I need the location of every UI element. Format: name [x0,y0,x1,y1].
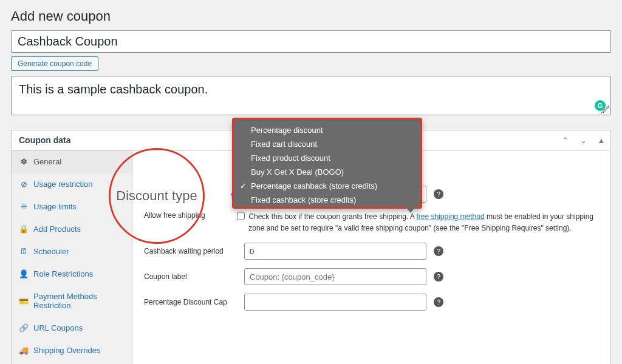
tab-url-coupons[interactable]: 🔗URL Coupons [12,317,132,339]
tab-scheduler[interactable]: 🗓Scheduler [12,240,132,263]
tab-usage-limits[interactable]: ⁜Usage limits [12,195,132,218]
tab-icon: ⊘ [19,180,29,189]
panel-tabs: ✽General⊘Usage restriction⁜Usage limits🔒… [12,150,133,364]
tab-icon: 👤 [19,269,29,278]
option-label: Percentage cashback (store credits) [251,181,377,190]
free-shipping-help-text: Check this box if the coupon grants free… [248,211,600,234]
tab-label: Add Products [33,224,81,234]
tab-add-products[interactable]: 🔒Add Products [12,218,132,240]
coupon-label-input[interactable] [244,268,426,285]
tab-role-restrictions[interactable]: 👤Role Restrictions [12,263,132,285]
tab-icon: 🔒 [19,224,29,234]
free-shipping-label: Allow free shipping [144,211,237,220]
tab-label: General [33,157,61,166]
move-down-icon[interactable]: ⌄ [574,136,592,145]
dropdown-option[interactable]: Fixed cashback (store credits) [234,193,420,207]
help-icon[interactable]: ? [434,272,443,281]
dropdown-option[interactable]: Fixed cart discount [234,137,420,151]
discount-cap-label: Percentage Discount Cap [144,298,244,306]
check-icon: ✓ [240,181,247,190]
option-label: Percentage discount [251,126,323,135]
panel-title: Coupon data [19,135,71,145]
coupon-data-panel: Coupon data ⌃ ⌄ ▲ ✽General⊘Usage restric… [11,130,611,364]
tab-label: Usage restriction [33,180,93,189]
free-shipping-link[interactable]: free shipping method [417,212,485,221]
tab-payment-methods-restriction[interactable]: 💳Payment Methods Restriction [12,285,132,317]
coupon-description-textarea[interactable]: This is a sample cashback coupon. G [11,76,611,115]
dropdown-option[interactable]: ✓Percentage cashback (store credits) [234,179,420,193]
discount-cap-input[interactable] [244,294,426,311]
toggle-panel-icon[interactable]: ▲ [592,136,610,145]
tab-label: Payment Methods Restriction [33,292,125,310]
cashback-waiting-label: Cashback waiting period [144,247,244,255]
tab-usage-restriction[interactable]: ⊘Usage restriction [12,173,132,195]
generate-coupon-button[interactable]: Generate coupon code [11,56,98,71]
option-label: Fixed cart discount [251,140,317,149]
option-label: Fixed product discount [251,153,330,163]
field-label: ge [144,190,244,198]
move-up-icon[interactable]: ⌃ [556,136,574,145]
option-label: Fixed cashback (store credits) [251,195,356,204]
discount-type-dropdown[interactable]: Percentage discountFixed cart discountFi… [232,118,422,209]
help-icon[interactable]: ? [434,297,443,307]
dropdown-arrow-icon [406,207,415,213]
tab-icon: 🚚 [19,346,29,355]
tab-one-click-apply[interactable]: ☑One Click Apply [12,362,132,364]
tab-label: Scheduler [33,247,69,256]
help-icon[interactable]: ? [434,189,443,199]
tab-label: Role Restrictions [33,269,93,278]
coupon-title-input[interactable] [11,30,611,53]
coupon-label-label: Coupon label [144,272,244,281]
tab-label: Shipping Overrides [33,346,101,355]
dropdown-option[interactable]: Fixed product discount [234,151,420,165]
option-label: Buy X Get X Deal (BOGO) [251,167,344,177]
description-text: This is a sample cashback coupon. [19,83,208,96]
tab-label: Usage limits [33,202,77,211]
tab-icon: 💳 [19,297,29,306]
tab-icon: ⁜ [19,202,29,211]
grammarly-icon[interactable]: G [595,100,606,111]
dropdown-option[interactable]: Percentage discount [234,120,420,137]
tab-icon: 🗓 [19,247,29,256]
tab-icon: ✽ [19,157,29,166]
tab-general[interactable]: ✽General [12,150,132,173]
tab-shipping-overrides[interactable]: 🚚Shipping Overrides [12,339,132,362]
free-shipping-checkbox[interactable] [237,211,245,221]
help-icon[interactable]: ? [434,246,443,256]
tab-icon: 🔗 [19,323,29,332]
cashback-waiting-input[interactable] [244,243,426,260]
tab-label: URL Coupons [33,323,83,332]
page-title: Add new coupon [11,8,611,24]
dropdown-option[interactable]: Buy X Get X Deal (BOGO) [234,165,420,179]
